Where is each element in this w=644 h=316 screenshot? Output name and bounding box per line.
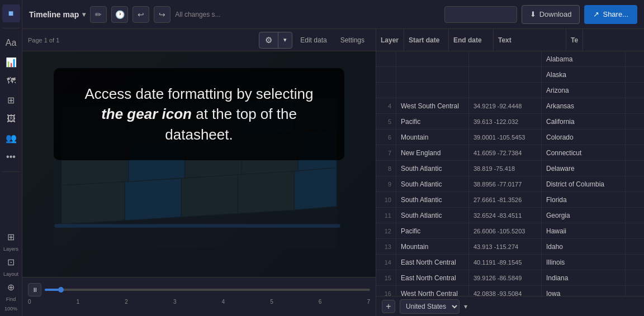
gear-chevron-icon[interactable]: ▾	[278, 32, 292, 49]
history-icon-btn[interactable]: 🕐	[111, 6, 128, 23]
table-row[interactable]: Alabama	[376, 51, 644, 67]
sidebar-item-image[interactable]: 🖼	[2, 110, 20, 128]
cell-coords: 42.0838 -93.5084	[469, 286, 542, 296]
cell-region: South Atlantic	[396, 208, 469, 223]
cell-coords: 34.9219 -92.4448	[469, 98, 542, 114]
search-input[interactable]	[444, 6, 517, 23]
cell-state: Delaware	[542, 161, 626, 176]
map-toolbar: Page 1 of 1 ⚙ ▾ Edit data Settings	[22, 29, 376, 51]
cell-coords	[469, 83, 542, 98]
gear-icon-btn[interactable]: ⚙	[259, 32, 278, 49]
cell-region: West North Central	[396, 286, 469, 296]
sidebar-item-users[interactable]: 👥	[2, 129, 20, 147]
cell-region: East North Central	[396, 255, 469, 270]
sidebar-item-layers[interactable]: ⊞	[2, 228, 20, 246]
location-select[interactable]: United States World Custom	[400, 299, 460, 314]
sidebar-item-text[interactable]: Aa	[2, 34, 20, 52]
edit-data-button[interactable]: Edit data	[295, 32, 332, 48]
table-row[interactable]: 13 Mountain 43.913 -115.274 Idaho	[376, 239, 644, 255]
table-row[interactable]: 10 South Atlantic 27.6661 -81.3526 Flori…	[376, 192, 644, 208]
cell-state: Illinois	[542, 255, 626, 270]
table-row[interactable]: 16 West North Central 42.0838 -93.5084 I…	[376, 286, 644, 296]
cell-region: Mountain	[396, 239, 469, 255]
undo-icon-btn[interactable]: ↩	[132, 6, 149, 23]
sidebar-layers-label: Layers	[3, 247, 18, 252]
table-row[interactable]: 8 South Atlantic 38.819 -75.418 Delaware	[376, 161, 644, 176]
table-row[interactable]: 15 East North Central 39.9126 -86.5849 I…	[376, 270, 644, 286]
timeline-bar[interactable]	[45, 286, 370, 294]
table-row[interactable]: 14 East North Central 40.1191 -89.1545 I…	[376, 255, 644, 270]
col-header-text: Text	[494, 29, 566, 51]
settings-button[interactable]: Settings	[335, 32, 370, 48]
col-header-te: Te	[566, 29, 583, 51]
sidebar-item-layout[interactable]: ⊡	[2, 253, 20, 271]
table-row[interactable]: Arizona	[376, 83, 644, 98]
svg-rect-1	[54, 224, 340, 227]
cell-row-num: 7	[376, 145, 396, 161]
table-row[interactable]: 11 South Atlantic 32.6524 -83.4511 Georg…	[376, 208, 644, 223]
cell-state: Connecticut	[542, 145, 626, 161]
title-chevron-icon[interactable]: ▾	[82, 11, 86, 18]
table-row[interactable]: 6 Mountain 39.0001 -105.5453 Colorado	[376, 130, 644, 145]
cell-row-num: 15	[376, 270, 396, 286]
status-text: All changes s...	[175, 11, 220, 18]
map-area: Page 1 of 1 ⚙ ▾ Edit data Settings	[22, 29, 376, 316]
sidebar-find-label: Find	[6, 297, 16, 302]
cell-coords: 39.9126 -86.5849	[469, 270, 542, 286]
cell-state: District of Columbia	[542, 176, 626, 192]
cell-coords: 38.8956 -77.0177	[469, 176, 542, 192]
timeline-label-5: 5	[270, 299, 273, 305]
sidebar-item-more[interactable]: •••	[2, 148, 20, 166]
edit-icon-btn[interactable]: ✏	[90, 6, 107, 23]
timeline-label-4: 4	[222, 299, 225, 305]
table-row[interactable]: 4 West South Central 34.9219 -92.4448 Ar…	[376, 98, 644, 114]
table-row[interactable]: 12 Pacific 26.6006 -105.5203 Hawaii	[376, 223, 644, 239]
cell-state: Iowa	[542, 286, 626, 296]
timeline-labels: 0 1 2 3 4 5 6 7	[28, 299, 370, 305]
sidebar-item-map[interactable]: 🗺	[2, 72, 20, 90]
main-area: Timeline map ▾ ✏ 🕐 ↩ ↪ All changes s... …	[22, 0, 644, 316]
cell-region: South Atlantic	[396, 161, 469, 176]
share-button[interactable]: ↗ Share...	[584, 5, 637, 24]
datasheet-panel: Layer Start date End date Text Te Alabam…	[376, 29, 644, 316]
timeline-label-0: 0	[28, 299, 31, 305]
cell-region	[396, 51, 469, 67]
redo-icon-btn[interactable]: ↪	[154, 6, 171, 23]
cell-coords	[469, 51, 542, 67]
table-row[interactable]: 7 New England 41.6059 -72.7384 Connectic…	[376, 145, 644, 161]
cell-state: Arizona	[542, 83, 626, 98]
map-canvas: Access date formatting by selecting the …	[22, 51, 376, 277]
cell-region	[396, 83, 469, 98]
cell-state: Colorado	[542, 130, 626, 145]
cell-state: Hawaii	[542, 223, 626, 239]
zoom-level-label: 100%	[4, 307, 17, 312]
download-button[interactable]: ⬇ Download	[522, 5, 580, 24]
gear-dropdown: ⚙ ▾	[259, 32, 292, 49]
sidebar-item-grid[interactable]: ⊞	[2, 91, 20, 109]
cell-row-num: 8	[376, 161, 396, 176]
cell-state: Florida	[542, 192, 626, 208]
cell-region	[396, 67, 469, 83]
add-row-button[interactable]: +	[382, 300, 395, 313]
table-row[interactable]: Alaska	[376, 67, 644, 83]
sidebar-item-find[interactable]: ⊕	[2, 278, 20, 296]
cell-state: Alabama	[542, 51, 626, 67]
cell-state: California	[542, 114, 626, 130]
cell-coords	[469, 67, 542, 83]
cell-coords: 38.819 -75.418	[469, 161, 542, 176]
sidebar-layout-label: Layout	[3, 272, 18, 277]
table-row[interactable]: 9 South Atlantic 38.8956 -77.0177 Distri…	[376, 176, 644, 192]
chevron-select-icon: ▾	[464, 303, 467, 310]
table-row[interactable]: 5 Pacific 39.613 -122.032 California	[376, 114, 644, 130]
map-state-west	[61, 104, 129, 147]
timeline-thumb[interactable]	[58, 287, 64, 293]
map-title: Timeline map ▾	[29, 10, 86, 19]
cell-coords: 39.613 -122.032	[469, 114, 542, 130]
cell-region: New England	[396, 145, 469, 161]
pause-button[interactable]: ⏸	[28, 283, 41, 296]
cell-coords: 39.0001 -105.5453	[469, 130, 542, 145]
datasheet-rows: Alabama Alaska Arizona 4 West South Cent…	[376, 51, 644, 296]
cell-region: Pacific	[396, 114, 469, 130]
cell-coords: 40.1191 -89.1545	[469, 255, 542, 270]
sidebar-item-chart[interactable]: 📊	[2, 53, 20, 71]
